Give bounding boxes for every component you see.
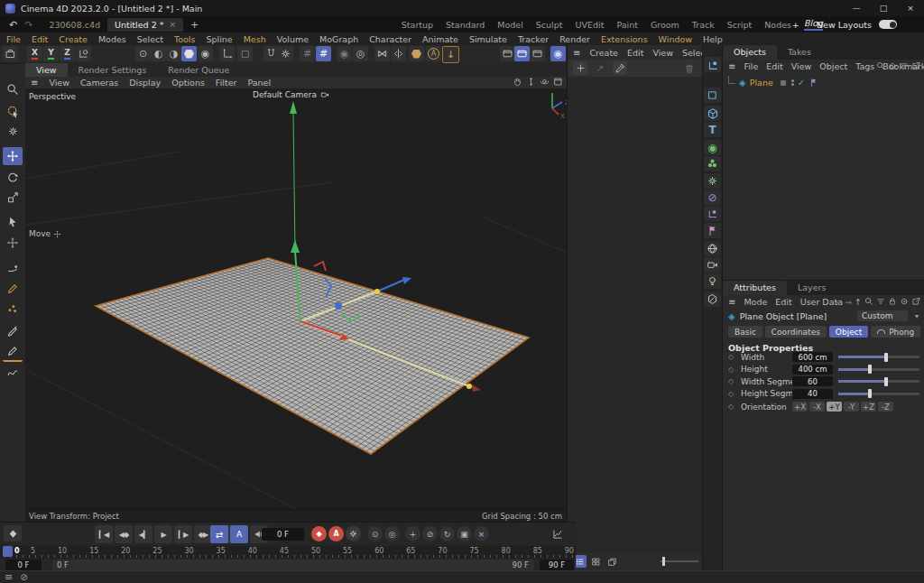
hamburger-icon[interactable]: ≡	[573, 48, 580, 58]
layout-tab[interactable]: Startup	[402, 20, 433, 30]
move-tool-icon[interactable]	[3, 147, 23, 165]
lock-y-axis-button[interactable]: Y	[43, 46, 59, 61]
menu-item[interactable]: Window	[659, 34, 692, 44]
menu-item[interactable]: Help	[703, 34, 723, 44]
hamburger-icon[interactable]: ≡	[31, 78, 38, 88]
layout-tab[interactable]: UVEdit	[576, 20, 605, 30]
preset-dropdown-arrow[interactable]: ▾	[915, 312, 919, 320]
cloner-object-icon[interactable]	[704, 156, 721, 171]
attribute-menu-item[interactable]: Mode	[744, 297, 767, 307]
height-slider[interactable]	[838, 368, 919, 371]
new-layouts-label[interactable]: New Layouts	[817, 20, 872, 30]
range-start-field[interactable]: 0 F	[5, 560, 42, 570]
tab-coordinates[interactable]: Coordinates	[765, 326, 827, 338]
light-object-icon[interactable]	[704, 273, 721, 289]
menu-item[interactable]: Character	[369, 34, 411, 44]
material-node-icon[interactable]	[704, 292, 721, 307]
attribute-tab[interactable]: Attributes	[723, 281, 787, 295]
menu-item[interactable]: Spline	[206, 34, 232, 44]
dolly-view-icon[interactable]	[526, 77, 536, 87]
menu-item[interactable]: Animate	[422, 34, 458, 44]
tab-basic[interactable]: Basic	[728, 326, 762, 338]
viewport-menu-item[interactable]: Filter	[216, 78, 237, 88]
quantize-enabled-icon[interactable]: #	[316, 46, 331, 61]
autokeying-button[interactable]: A	[328, 526, 344, 541]
width-segments-value-field[interactable]: 60	[792, 376, 833, 386]
add-document-tab-button[interactable]: +	[183, 19, 206, 31]
spline-mask-icon[interactable]: ⊘	[704, 190, 721, 205]
document-tab-active[interactable]: Untitled 2 * ×	[107, 18, 183, 32]
filter-icon[interactable]	[900, 61, 909, 70]
layout-toggle-switch[interactable]	[879, 20, 897, 29]
visibility-dots[interactable]	[791, 79, 794, 86]
transport-button[interactable]: ◀◆	[115, 525, 133, 543]
external-window-icon[interactable]	[911, 297, 920, 306]
filter-icon[interactable]	[876, 297, 885, 306]
keyframe-dot-icon[interactable]: ◇	[728, 377, 734, 385]
keyframe-dot-icon[interactable]: ◇	[728, 390, 734, 398]
quantize-icon[interactable]: #	[300, 46, 315, 61]
view-mode-label[interactable]: Perspective	[29, 92, 76, 101]
transport-button[interactable]: ▎◀	[95, 525, 113, 543]
polygons-mode-icon[interactable]: ◑	[166, 46, 181, 61]
object-axis-mode-icon[interactable]	[219, 46, 235, 61]
tweak-mode-tool-icon[interactable]	[3, 122, 23, 140]
object-manager-menu-item[interactable]: Object	[819, 61, 847, 71]
material-menu-item[interactable]: Edit	[627, 48, 643, 58]
object-row-plane[interactable]: ◈ Plane ✓	[728, 78, 924, 88]
transport-button[interactable]: ▎▶	[174, 525, 192, 543]
point-level-animation-toggle[interactable]: ×	[474, 526, 489, 541]
history-back-icon[interactable]: ←	[835, 297, 842, 307]
external-window-icon[interactable]	[911, 61, 920, 70]
viewport-menu-item[interactable]: Options	[171, 78, 205, 88]
phong-tag-icon[interactable]	[808, 78, 818, 88]
height-value-field[interactable]: 400 cm	[792, 365, 833, 375]
object-manager-menu-item[interactable]: Tags	[855, 61, 874, 71]
close-button[interactable]: ×	[897, 0, 924, 16]
add-material-button[interactable]	[573, 61, 587, 75]
asset-capsule-icon[interactable]	[409, 46, 424, 61]
assign-material-icon[interactable]: ↗	[593, 61, 607, 75]
redo-icon[interactable]: ↷	[24, 19, 32, 31]
knife-tool-icon[interactable]	[3, 321, 23, 339]
layout-tab[interactable]: Standard	[446, 20, 485, 30]
asset-a-icon[interactable]: A	[426, 46, 441, 61]
points-mode-icon[interactable]: ⊙	[135, 46, 151, 61]
record-position-toggle[interactable]: +	[405, 526, 420, 541]
orientation-button[interactable]: +Y	[827, 402, 842, 412]
polygon-pen-tool-icon[interactable]	[3, 280, 23, 298]
object-manager-menu-item[interactable]: View	[791, 61, 812, 71]
transport-button[interactable]: ◀▎	[134, 525, 152, 543]
material-menu-item[interactable]: View	[652, 48, 673, 58]
layout-tab[interactable]: Track	[692, 20, 715, 30]
camera-label[interactable]: Default Camera	[253, 90, 329, 99]
eyedropper-icon[interactable]	[613, 61, 627, 75]
width-slider[interactable]	[838, 356, 919, 358]
object-manager-tab[interactable]: Objects	[723, 45, 777, 60]
camera-object-icon[interactable]	[704, 257, 721, 273]
keyframe-dot-icon[interactable]: ◇	[728, 366, 734, 374]
menu-item[interactable]: MoGraph	[319, 34, 358, 44]
document-tab[interactable]: 230608.c4d	[42, 18, 107, 32]
symmetry-icon[interactable]: ⋈	[374, 46, 390, 61]
transport-button[interactable]: ▶	[154, 525, 172, 543]
cube-primitive-icon[interactable]	[704, 106, 721, 121]
object-manager-menu-item[interactable]: Edit	[766, 61, 782, 71]
menu-item[interactable]: Volume	[277, 34, 309, 44]
tab-phong[interactable]: Phong	[871, 326, 920, 338]
range-end-field[interactable]: 90 F	[540, 560, 574, 570]
orientation-button[interactable]: -Z	[878, 402, 893, 412]
point-weight-tool-icon[interactable]	[3, 300, 23, 318]
menu-item[interactable]: Select	[137, 34, 163, 44]
layout-tab[interactable]: Nodes	[764, 20, 791, 30]
layer-chip[interactable]	[781, 80, 786, 86]
menu-item[interactable]: Modes	[98, 34, 126, 44]
texture-mode-icon[interactable]: ◉	[198, 46, 213, 61]
guide-settings-icon[interactable]: ◎	[353, 46, 368, 61]
menu-item[interactable]: Mesh	[244, 34, 266, 44]
record-keyframe-button[interactable]: ◆	[311, 526, 327, 541]
parent-object-icon[interactable]: ↑	[855, 297, 862, 307]
spline-pen-icon[interactable]	[704, 57, 721, 72]
keying-preset-ring[interactable]: ◎	[384, 526, 400, 541]
make-editable-icon[interactable]	[3, 46, 18, 61]
